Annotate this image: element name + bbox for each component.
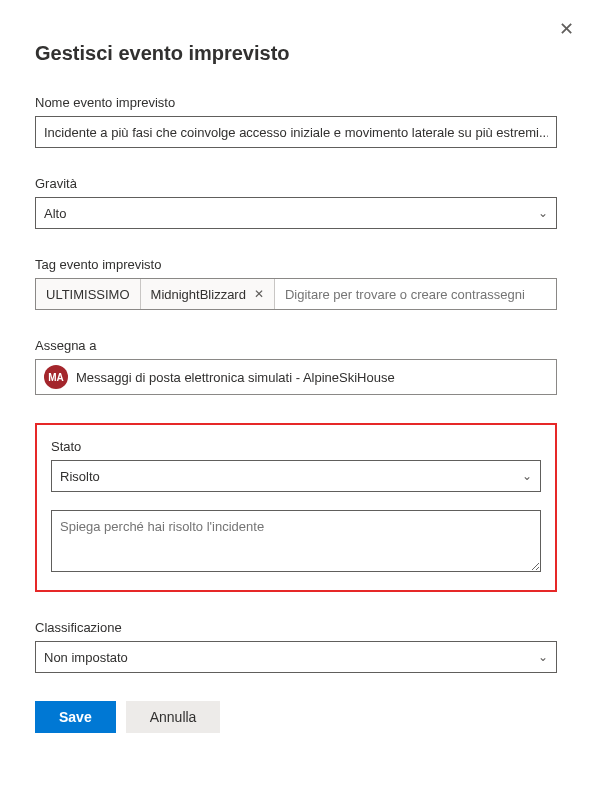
- state-select[interactable]: Risolto ⌄: [51, 460, 541, 492]
- dialog-title: Gestisci evento imprevisto: [35, 42, 557, 65]
- tag-item[interactable]: MidnightBlizzard ✕: [141, 279, 275, 309]
- state-label: Stato: [51, 439, 541, 454]
- tag-remove-icon[interactable]: ✕: [254, 287, 264, 301]
- assign-label: Assegna a: [35, 338, 557, 353]
- tags-label: Tag evento imprevisto: [35, 257, 557, 272]
- state-value: Risolto: [60, 469, 100, 484]
- save-button[interactable]: Save: [35, 701, 116, 733]
- cancel-button[interactable]: Annulla: [126, 701, 221, 733]
- tag-label: MidnightBlizzard: [151, 287, 246, 302]
- severity-field: Gravità Alto ⌄: [35, 176, 557, 229]
- chevron-down-icon: ⌄: [522, 469, 532, 483]
- close-button[interactable]: ✕: [559, 18, 574, 40]
- classification-value: Non impostato: [44, 650, 128, 665]
- tags-field: Tag evento imprevisto ULTIMISSIMO Midnig…: [35, 257, 557, 310]
- tags-container[interactable]: ULTIMISSIMO MidnightBlizzard ✕: [35, 278, 557, 310]
- severity-value: Alto: [44, 206, 66, 221]
- chevron-down-icon: ⌄: [538, 206, 548, 220]
- classification-field: Classificazione Non impostato ⌄: [35, 620, 557, 673]
- incident-name-field: Nome evento imprevisto: [35, 95, 557, 148]
- button-row: Save Annulla: [35, 701, 557, 733]
- close-icon: ✕: [559, 19, 574, 39]
- tag-item[interactable]: ULTIMISSIMO: [36, 279, 141, 309]
- classification-select[interactable]: Non impostato ⌄: [35, 641, 557, 673]
- classification-label: Classificazione: [35, 620, 557, 635]
- incident-name-input[interactable]: [35, 116, 557, 148]
- state-field: Stato Risolto ⌄: [51, 439, 541, 492]
- incident-name-label: Nome evento imprevisto: [35, 95, 557, 110]
- tag-label: ULTIMISSIMO: [46, 287, 130, 302]
- severity-label: Gravità: [35, 176, 557, 191]
- state-reason-textarea[interactable]: [51, 510, 541, 572]
- avatar: MA: [44, 365, 68, 389]
- assign-field: Assegna a MA Messaggi di posta elettroni…: [35, 338, 557, 395]
- assign-input[interactable]: MA Messaggi di posta elettronica simulat…: [35, 359, 557, 395]
- state-section-highlight: Stato Risolto ⌄: [35, 423, 557, 592]
- assign-value: Messaggi di posta elettronica simulati -…: [76, 370, 395, 385]
- severity-select[interactable]: Alto ⌄: [35, 197, 557, 229]
- chevron-down-icon: ⌄: [538, 650, 548, 664]
- state-reason-field: [51, 510, 541, 576]
- tags-input[interactable]: [275, 279, 556, 309]
